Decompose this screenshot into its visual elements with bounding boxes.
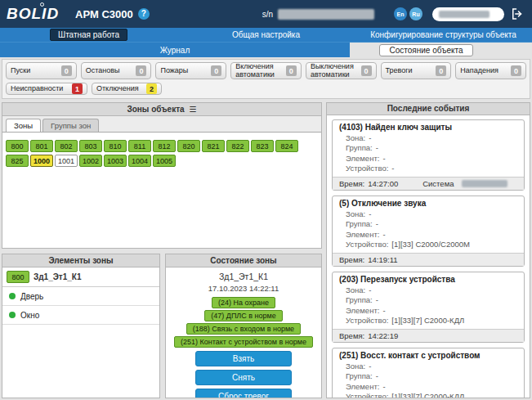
counter-neispravnosti[interactable]: Неисправности 1 (6, 83, 87, 95)
zone-button[interactable]: 810 (104, 140, 127, 152)
redacted-blur (462, 180, 507, 187)
event-field-value: - (382, 382, 385, 393)
zone-button[interactable]: 803 (79, 140, 102, 152)
zone-button[interactable]: 822 (226, 140, 249, 152)
zones-panel-header: Зоны объекта ☰ (2, 103, 321, 116)
zone-button[interactable]: 1004 (128, 155, 151, 167)
event-card[interactable]: (251) Восст. контакт с устройством Зона:… (332, 348, 525, 398)
zone-button[interactable]: 1002 (79, 155, 102, 167)
zone-button[interactable]: 1001 (55, 155, 78, 167)
counters-panel: Пуски 0 Остановы 0 Пожары 0 Включения ав… (2, 59, 530, 99)
counter-puski[interactable]: Пуски 0 (6, 62, 77, 79)
element-label: Окно (20, 311, 39, 320)
tab-zony[interactable]: Зоны (6, 119, 41, 132)
counter-label: Тревоги (386, 67, 413, 75)
counter-label: Отключения (96, 85, 139, 93)
event-field-value: - (369, 362, 371, 372)
tab-zhurnal[interactable]: Журнал (0, 43, 350, 57)
tab-shtatnaya-rabota[interactable]: Штатная работа (50, 29, 127, 41)
counter-vyklyucheniya-avtomatiki[interactable]: Выключения автоматики 0 (306, 62, 377, 79)
app-window: BOLID АРМ С3000 ? s/n En Ru Штатная рабо… (0, 0, 532, 400)
tab-obshchaya-nastroyka[interactable]: Общая настройка (224, 29, 308, 41)
event-card[interactable]: (5) Отключение звука Зона:- Группа:- Эле… (332, 196, 525, 267)
event-field-value: - (369, 285, 371, 296)
zone-button[interactable]: 801 (30, 140, 53, 152)
counter-label: Остановы (86, 67, 120, 75)
tab-sostoyanie-obekta[interactable]: Состояние объекта (379, 44, 474, 56)
zone-button[interactable]: 1000 (30, 155, 53, 167)
event-field-label: Элемент: (346, 154, 379, 164)
counter-badge: 1 (72, 83, 83, 94)
main-tab-bar: Штатная работа Общая настройка Конфигури… (0, 28, 532, 43)
zone-button[interactable]: 800 (6, 140, 29, 152)
counter-ostanovy[interactable]: Остановы 0 (81, 62, 152, 79)
zone-badge: 800 (7, 271, 29, 283)
zones-panel: Зоны объекта ☰ Зоны Группы зон 800 801 8… (2, 102, 322, 249)
zone-button[interactable]: 820 (177, 140, 200, 152)
action-button-vzyat[interactable]: Взять (195, 351, 292, 366)
lang-ru-button[interactable]: Ru (409, 7, 422, 20)
events-panel: Последние события (4103) Найден ключ защ… (326, 102, 530, 398)
counter-label: Нападения (460, 67, 498, 75)
tab-konfigurirovanie-struktury[interactable]: Конфигурирование структуры объекта (362, 29, 525, 41)
lang-en-button[interactable]: En (394, 7, 407, 20)
event-field-value: [1][33] С2000/С2000М (391, 240, 470, 250)
state-zone-name: Зд1_Эт1_К1 (166, 272, 321, 281)
redacted-user (439, 11, 490, 18)
events-panel-header: Последние события (327, 103, 530, 115)
event-time-label: Время: (339, 331, 364, 340)
counter-badge: 0 (211, 65, 221, 76)
status-pill: (47) ДПЛС в норме (204, 310, 282, 321)
zone-button[interactable]: 824 (275, 140, 298, 152)
status-pill: (251) Контакт с устройством в норме (174, 336, 313, 348)
counter-trevogi[interactable]: Тревоги 0 (381, 62, 452, 79)
event-field-value: - (376, 143, 378, 154)
counter-vklyucheniya-avtomatiki[interactable]: Включения автоматики 0 (230, 62, 302, 79)
counter-otklyucheniya[interactable]: Отключения 2 (92, 83, 162, 95)
element-item-dver[interactable]: Дверь (2, 287, 159, 306)
elements-zone-subheader: 800 Зд1_Эт1_К1 (2, 267, 159, 287)
event-field-label: Устройство: (346, 392, 388, 398)
zone-button[interactable]: 823 (251, 140, 274, 152)
event-field-label: Группа: (346, 371, 373, 382)
event-field-value: - (376, 371, 378, 382)
zone-button[interactable]: 1003 (104, 155, 127, 167)
tab-zhurnal-label: Журнал (160, 46, 190, 55)
event-card[interactable]: (4103) Найден ключ защиты Зона:- Группа:… (332, 119, 525, 191)
event-field-label: Группа: (346, 295, 373, 306)
event-footer: Время: 14:19:11 (333, 253, 524, 266)
counter-label: Пожары (160, 67, 188, 75)
counter-pozhary[interactable]: Пожары 0 (155, 62, 226, 79)
menu-icon[interactable]: ☰ (190, 105, 197, 114)
app-title: АРМ С3000 (75, 8, 133, 20)
action-button-snyat[interactable]: Снять (195, 370, 292, 385)
action-button-sbros-trevog[interactable]: Сброс тревог (195, 389, 292, 398)
state-panel: Состояние зоны Зд1_Эт1_К1 17.10.2023 14:… (165, 254, 322, 398)
event-field-label: Зона: (346, 285, 365, 296)
logout-icon[interactable] (509, 6, 525, 22)
event-card[interactable]: (203) Перезапуск устройства Зона:- Групп… (332, 272, 525, 343)
elements-panel-title: Элементы зоны (48, 256, 113, 265)
event-time: 14:27:00 (368, 179, 398, 188)
event-field-label: Устройство: (346, 164, 388, 174)
element-status-dot (9, 312, 16, 318)
event-field-value: - (376, 295, 378, 306)
zone-button[interactable]: 1005 (153, 155, 176, 167)
event-field-value: - (369, 209, 371, 220)
zones-panel-title: Зоны объекта (127, 105, 184, 114)
state-panel-title: Состояние зоны (210, 256, 276, 265)
user-box[interactable] (432, 7, 504, 21)
event-field-label: Зона: (346, 362, 365, 372)
event-field-value: - (382, 154, 385, 164)
zone-button[interactable]: 821 (202, 140, 225, 152)
counter-napadeniya[interactable]: Нападения 0 (455, 62, 526, 79)
event-field-label: Элемент: (346, 230, 379, 240)
zone-button[interactable]: 802 (55, 140, 78, 152)
zone-button[interactable]: 812 (153, 140, 176, 152)
zone-button[interactable]: 811 (128, 140, 151, 152)
zone-button[interactable]: 825 (6, 155, 29, 167)
tab-gruppy-zon[interactable]: Группы зон (42, 119, 99, 132)
counter-badge: 0 (61, 65, 72, 76)
help-icon[interactable]: ? (138, 8, 150, 20)
element-item-okno[interactable]: Окно (2, 306, 159, 325)
